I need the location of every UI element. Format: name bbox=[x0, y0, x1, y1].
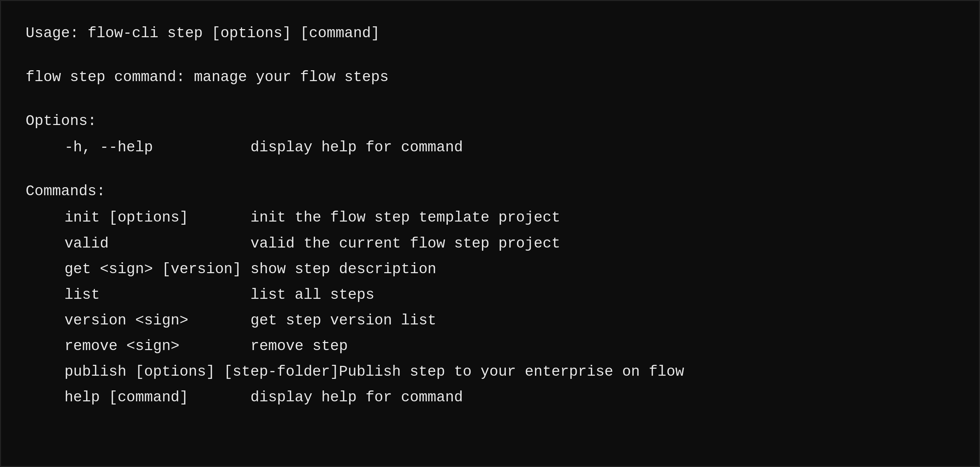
command-row-version: version <sign> get step version list bbox=[25, 309, 955, 332]
command-name-help: help [command] bbox=[25, 386, 250, 409]
command-name-get: get <sign> [version] bbox=[25, 258, 250, 281]
command-name-publish: publish [options] [step-folder] bbox=[25, 361, 339, 383]
command-row-help: help [command] display help for command bbox=[25, 386, 955, 409]
command-desc-remove: remove step bbox=[250, 335, 348, 358]
command-desc-valid: valid the current flow step project bbox=[250, 232, 560, 255]
command-name-remove: remove <sign> bbox=[25, 335, 250, 358]
command-row-list: list list all steps bbox=[25, 284, 955, 307]
command-row-init: init [options] init the flow step templa… bbox=[25, 206, 955, 229]
command-desc-version: get step version list bbox=[250, 309, 436, 332]
command-row-get: get <sign> [version] show step descripti… bbox=[25, 258, 955, 281]
command-desc-get: show step description bbox=[250, 258, 436, 281]
command-name-version: version <sign> bbox=[25, 309, 250, 332]
option-row-help: -h, --help display help for command bbox=[25, 136, 955, 159]
command-name-list: list bbox=[25, 284, 250, 307]
option-desc-help: display help for command bbox=[250, 136, 463, 159]
command-desc-help-cmd: display help for command bbox=[250, 386, 463, 409]
command-desc-init: init the flow step template project bbox=[250, 206, 560, 229]
command-row-valid: valid valid the current flow step projec… bbox=[25, 232, 955, 255]
command-row-remove: remove <sign> remove step bbox=[25, 335, 955, 358]
commands-section: Commands: init [options] init the flow s… bbox=[25, 180, 955, 409]
usage-line: Usage: flow-cli step [options] [command] bbox=[25, 22, 955, 45]
command-desc-publish: Publish step to your enterprise on flow bbox=[339, 361, 684, 383]
commands-header: Commands: bbox=[25, 180, 955, 203]
command-name-valid: valid bbox=[25, 232, 250, 255]
description-line: flow step command: manage your flow step… bbox=[25, 66, 955, 89]
option-flag-help: -h, --help bbox=[25, 136, 250, 159]
terminal-window: Usage: flow-cli step [options] [command]… bbox=[0, 0, 980, 467]
command-name-init: init [options] bbox=[25, 206, 250, 229]
command-row-publish: publish [options] [step-folder] Publish … bbox=[25, 361, 955, 383]
options-section: Options: -h, --help display help for com… bbox=[25, 110, 955, 159]
options-header: Options: bbox=[25, 110, 955, 133]
command-desc-list: list all steps bbox=[250, 284, 374, 307]
